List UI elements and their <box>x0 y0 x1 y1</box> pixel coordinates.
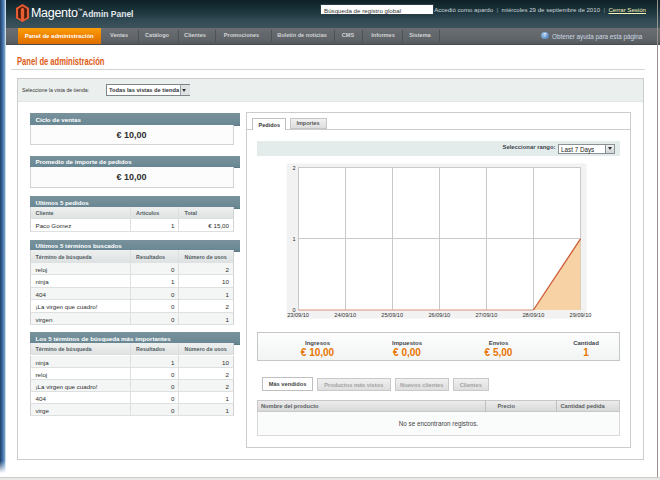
svg-text:25/09/10: 25/09/10 <box>381 312 403 318</box>
svg-text:29/09/10: 29/09/10 <box>570 312 592 318</box>
svg-text:27/09/10: 27/09/10 <box>476 312 498 318</box>
svg-text:2: 2 <box>292 165 295 171</box>
svg-text:24/09/10: 24/09/10 <box>334 312 356 318</box>
svg-text:26/09/10: 26/09/10 <box>428 312 450 318</box>
svg-text:28/09/10: 28/09/10 <box>523 312 545 318</box>
svg-text:1: 1 <box>292 236 295 242</box>
svg-text:23/09/10: 23/09/10 <box>287 312 309 318</box>
